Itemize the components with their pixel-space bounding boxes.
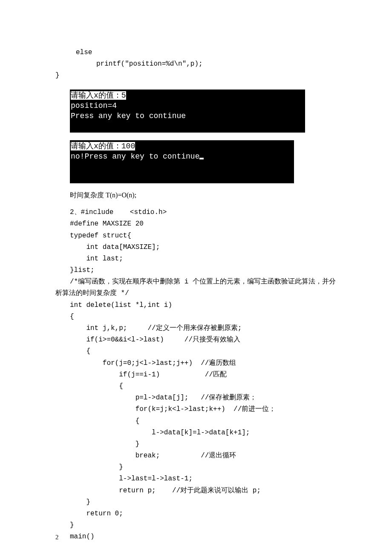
terminal-output-2: 请输入x的值：100 no!Press any key to continue [70, 140, 294, 183]
code-line: } [55, 70, 349, 81]
page-number: 2 [55, 532, 59, 543]
comment-line: /*编写函数，实现在顺序表中删除第 i 个位置上的元素，编写主函数验证此算法，并… [55, 276, 349, 288]
code-line: { [55, 311, 349, 323]
code-line: for(k=j;k<l->last;k++) //前进一位； [55, 404, 349, 415]
code-line: 2、#include <stdio.h> [55, 207, 349, 218]
code-line: p=l->data[j]; //保存被删原素； [55, 392, 349, 404]
code-line: l->data[k]=l->data[k+1]; [55, 427, 349, 439]
code-line: main() [55, 531, 349, 543]
code-line: int delete(list *l,int i) [55, 300, 349, 311]
code-line: int j,k,p; //定义一个用来保存被删原素; [55, 323, 349, 334]
comment-line: 析算法的时间复杂度 */ [55, 288, 349, 299]
code-line: int data[MAXSIZE]; [55, 242, 349, 253]
code-line: l->last=l->last-1; [55, 473, 349, 485]
terminal-line: Press any key to continue [71, 111, 303, 121]
code-line: } [55, 520, 349, 531]
code-line: #define MAXSIZE 20 [55, 218, 349, 230]
code-line: int last; [55, 253, 349, 265]
code-line: else [55, 47, 349, 58]
code-line: printf("position=%d\n",p); [55, 58, 349, 70]
terminal-output-1: 请输入x的值：5 position=4 Press any key to con… [70, 90, 305, 133]
terminal-highlight: 请输入x的值：100 [71, 142, 135, 150]
body-text: 时间复杂度 T(n)=O(n); [55, 189, 349, 201]
terminal-line: position=4 [71, 101, 303, 111]
code-line: { [55, 346, 349, 357]
code-line: { [55, 416, 349, 427]
code-line: }list; [55, 265, 349, 276]
code-line: { [55, 381, 349, 392]
document-page: else printf("position=%d\n",p); } 请输入x的值… [0, 0, 392, 555]
code-line: return 0; [55, 508, 349, 520]
code-line: if(i>=0&&i<l->last) //只接受有效输入 [55, 334, 349, 346]
code-line: } [55, 439, 349, 450]
code-line: break; //退出循环 [55, 450, 349, 462]
code-line: } [55, 497, 349, 508]
code-line: } [55, 462, 349, 473]
terminal-highlight: 请输入x的值：5 [71, 91, 126, 100]
code-line: typedef struct{ [55, 230, 349, 242]
code-line: for(j=0;j<l->last;j++) //遍历数组 [55, 358, 349, 369]
code-line: if(j==i-1) //匹配 [55, 369, 349, 381]
code-line: return p; //对于此题来说可以输出 p; [55, 485, 349, 497]
terminal-line: no!Press any key to continue [71, 152, 199, 161]
cursor-icon [199, 158, 204, 159]
